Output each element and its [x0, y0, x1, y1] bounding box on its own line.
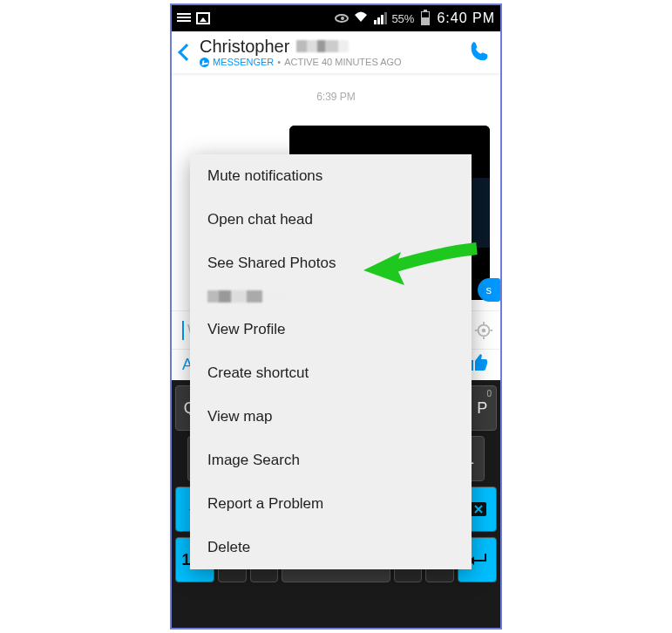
back-icon[interactable]: [178, 44, 195, 61]
chat-header: Christopher MESSENGER • ACTIVE 40 MINUTE…: [172, 31, 500, 73]
status-bar: 55% 6:40 PM: [172, 5, 500, 31]
message-timestamp: 6:39 PM: [172, 73, 500, 112]
like-button[interactable]: [469, 352, 490, 378]
menu-open-chat-head[interactable]: Open chat head: [190, 198, 472, 242]
menu-view-profile[interactable]: View Profile: [190, 308, 472, 351]
menu-mute-notifications[interactable]: Mute notifications: [190, 154, 472, 198]
text-cursor: [182, 321, 184, 340]
messenger-badge-icon: [200, 58, 209, 67]
status-clock: 6:40 PM: [437, 10, 495, 26]
keyboard-indicator-icon: [177, 11, 191, 25]
contact-surname-redacted: [296, 40, 349, 52]
signal-icon: [373, 11, 387, 25]
contact-name[interactable]: Christopher: [200, 37, 289, 56]
menu-image-search[interactable]: Image Search: [190, 439, 472, 482]
activity-status: ACTIVE 40 MINUTES AGO: [284, 57, 401, 67]
menu-report-problem[interactable]: Report a Problem: [190, 482, 472, 526]
location-icon[interactable]: [474, 321, 493, 340]
message-bubble-fragment[interactable]: s: [478, 278, 501, 302]
context-menu: Mute notifications Open chat head See Sh…: [190, 154, 472, 569]
messenger-label: MESSENGER: [213, 57, 274, 67]
menu-create-shortcut[interactable]: Create shortcut: [190, 351, 472, 395]
wifi-icon: [353, 10, 369, 26]
smart-stay-icon: [335, 11, 349, 25]
battery-percent: 55%: [391, 12, 414, 25]
menu-see-shared-photos[interactable]: See Shared Photos: [190, 242, 472, 285]
picture-indicator-icon: [196, 11, 210, 25]
call-button[interactable]: [467, 40, 492, 65]
menu-contact-redacted: [190, 285, 472, 308]
menu-delete[interactable]: Delete: [190, 526, 472, 569]
svg-point-1: [482, 328, 486, 332]
key-p[interactable]: 0P: [468, 385, 497, 431]
battery-icon: [418, 11, 432, 25]
menu-view-map[interactable]: View map: [190, 395, 472, 439]
